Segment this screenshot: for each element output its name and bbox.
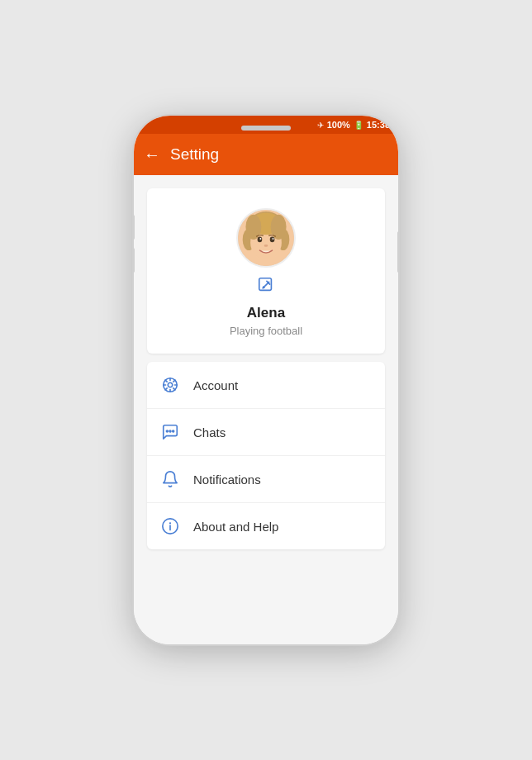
user-name: Alena	[247, 305, 285, 321]
account-label: Account	[193, 378, 238, 392]
chats-icon	[160, 422, 180, 442]
menu-item-about[interactable]: About and Help	[147, 503, 385, 549]
svg-point-26	[173, 430, 174, 432]
phone-frame: ✈ 100% 🔋 15:38 ← Setting	[134, 116, 398, 644]
settings-menu: Account Chats	[147, 362, 385, 549]
svg-point-24	[166, 430, 168, 432]
screen-content: Alena Playing football	[134, 175, 398, 644]
about-label: About and Help	[193, 520, 278, 534]
account-icon	[160, 375, 180, 395]
vol-down-button	[134, 248, 135, 273]
svg-line-22	[173, 380, 175, 382]
avatar	[236, 208, 296, 268]
airplane-icon: ✈	[317, 121, 324, 130]
menu-item-account[interactable]: Account	[147, 362, 385, 409]
notifications-label: Notifications	[193, 473, 261, 487]
back-button[interactable]: ←	[144, 145, 160, 164]
svg-point-15	[168, 382, 173, 387]
chats-label: Chats	[193, 425, 226, 439]
svg-point-11	[273, 238, 274, 240]
status-bar: ✈ 100% 🔋 15:38	[134, 116, 398, 134]
battery-icon: 🔋	[354, 121, 363, 130]
battery-percent: 100%	[327, 120, 350, 130]
svg-line-20	[165, 380, 167, 382]
svg-line-23	[165, 388, 167, 390]
edit-profile-button[interactable]	[257, 276, 275, 298]
about-icon	[160, 516, 180, 536]
svg-point-10	[259, 238, 261, 240]
svg-point-25	[169, 430, 171, 432]
app-bar: ← Setting	[134, 134, 398, 175]
status-icons: ✈ 100% 🔋 15:38	[317, 120, 390, 130]
menu-item-notifications[interactable]: Notifications	[147, 456, 385, 503]
profile-card: Alena Playing football	[147, 188, 385, 354]
user-status: Playing football	[230, 325, 302, 337]
page-title: Setting	[170, 145, 219, 164]
svg-line-21	[173, 388, 175, 390]
svg-point-8	[258, 237, 263, 243]
power-button	[397, 231, 398, 273]
menu-item-chats[interactable]: Chats	[147, 409, 385, 456]
notifications-icon	[160, 469, 180, 489]
svg-point-12	[264, 245, 268, 247]
vol-up-button	[134, 215, 135, 240]
time-display: 15:38	[367, 120, 390, 130]
svg-point-9	[270, 237, 275, 243]
